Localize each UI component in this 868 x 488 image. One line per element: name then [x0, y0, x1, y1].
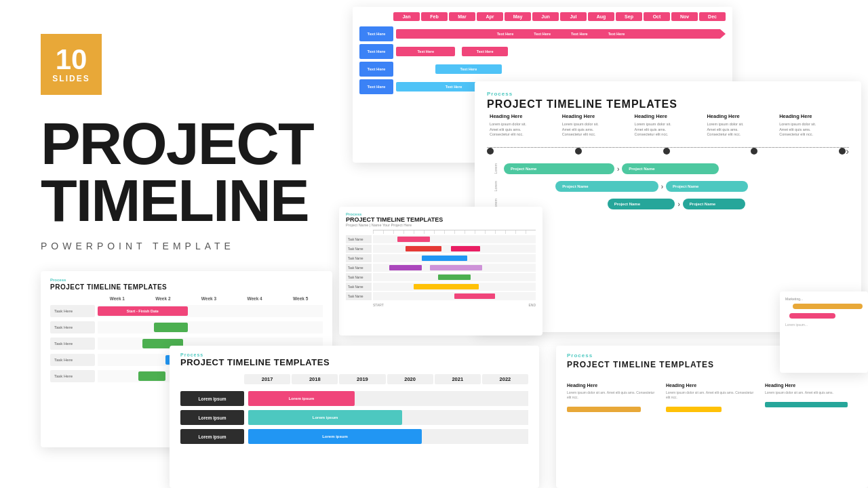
c6-row-label-7: Task Name: [346, 292, 372, 300]
main-title: PROJECT TIMELINE: [41, 115, 312, 228]
c5-bar-2: [666, 407, 722, 412]
month-apr: Apr: [477, 12, 503, 21]
yb-row-1: Lorem ipsum Lorem ipsum: [180, 391, 528, 406]
gantt-bar-container-3: Text Here: [396, 62, 726, 77]
gantt-bar-text-1b: Text Here: [534, 32, 551, 36]
c6-track-7: [373, 292, 536, 300]
gantt-bar-text-1d: Text Here: [608, 32, 625, 36]
arrow-3: ›: [677, 201, 679, 208]
c5-text-3: Lorem ipsum dolor sit am. Amet elit quis…: [765, 390, 857, 395]
c6-row-5: Task Name: [346, 273, 536, 281]
c6-bar-4a: [389, 265, 422, 270]
c2-bars-area: Project Name › Project Name Project Name…: [504, 163, 849, 209]
wg-row-2: Task Here: [50, 321, 323, 333]
dot-4: [751, 148, 757, 155]
timeline-col-1: Heading Here Lorem ipsum dolor sit.Amet …: [487, 113, 559, 138]
c5-heading-1: Heading Here: [567, 383, 659, 388]
title-line1: PROJECT: [41, 115, 312, 172]
year-2018: 2018: [292, 374, 338, 384]
yb-text-3: Lorem ipsum: [322, 434, 348, 439]
c5-text-2: Lorem ipsum dolor sit am. Amet elit quis…: [666, 390, 758, 400]
c2-bar-row-3: Project Name › Project Name: [504, 199, 849, 209]
gantt-bar-2a: Text Here: [396, 47, 455, 56]
year-header: Process PROJECT TIMELINE TEMPLATES: [170, 346, 539, 371]
yb-label-1: Lorem ipsum: [180, 391, 244, 406]
right-edge-text: Lorem ipsum...: [785, 323, 863, 327]
month-jun: Jun: [532, 12, 559, 21]
wg-label-4: Task Here: [50, 354, 95, 366]
c6-row-1: Task Name: [346, 235, 536, 243]
month-may: May: [505, 12, 531, 21]
c6-track-5: [373, 273, 536, 281]
c6-row-label-2: Task Name: [346, 245, 372, 253]
reb-bar-2: [789, 313, 835, 319]
timeline-col-5: Heading Here Lorem ipsum dolor sit.Amet …: [776, 113, 849, 138]
c5-heading-3: Heading Here: [765, 383, 857, 388]
year-labels-row: 2017 2018 2019 2020 2021 2022: [170, 371, 539, 387]
timeline-col-2: Heading Here Lorem ipsum dolor sit.Amet …: [559, 113, 632, 138]
month-feb: Feb: [421, 12, 448, 21]
gantt-bar-text-2b: Text Here: [477, 49, 494, 54]
yb-text-1: Lorem ipsum: [289, 396, 315, 401]
yb-label-3: Lorem ipsum: [180, 429, 244, 444]
c2-vert-labels: Lorem Lorem Lorem: [487, 163, 504, 209]
c5-heading-2: Heading Here: [666, 383, 758, 388]
title-line2: TIMELINE: [41, 172, 312, 229]
gantt-label-2: Text Here: [359, 44, 393, 59]
c6-subtitle: Project Name | Name Your Project Here: [346, 223, 536, 227]
c5-col-2: Heading Here Lorem ipsum dolor sit am. A…: [666, 383, 758, 412]
c6-grid: Task Name Task Name Task Name Task N: [346, 235, 536, 300]
heading-5: Heading Here: [779, 113, 846, 119]
badge-number: 10: [56, 45, 87, 74]
week-3: Week 3: [186, 296, 231, 301]
year-title: PROJECT TIMELINE TEMPLATES: [180, 357, 528, 367]
c5-text-1: Lorem ipsum dolor sit am. Amet elit quis…: [567, 390, 659, 400]
heading-3: Heading Here: [635, 113, 702, 119]
c6-bar-7: [454, 293, 495, 299]
c6-row-label-6: Task Name: [346, 283, 372, 291]
yb-fill-3: Lorem ipsum: [248, 429, 422, 444]
card2-timeline-columns: Heading Here Lorem ipsum dolor sit.Amet …: [475, 113, 861, 138]
c2-bar-label-4: Project Name: [673, 184, 698, 188]
week-5: Week 5: [278, 296, 323, 301]
text-3: Lorem ipsum dolor sit.Amet elit quis ams…: [635, 122, 702, 138]
c2-bar-label-6: Project Name: [690, 202, 715, 206]
timeline-dots-row: ›: [475, 138, 861, 157]
card-right-edge: Marketing... Lorem ipsum...: [780, 291, 868, 373]
month-mar: Mar: [449, 12, 475, 21]
gantt-bar-text-2a: Text Here: [417, 49, 434, 54]
timeline-col-4: Heading Here Lorem ipsum dolor sit.Amet …: [704, 113, 776, 138]
wg-label-1: Task Here: [50, 305, 95, 317]
c6-bar-3: [422, 256, 467, 261]
yb-label-2: Lorem ipsum: [180, 410, 244, 425]
yb-track-3: Lorem ipsum: [248, 429, 528, 444]
slides-badge: 10 SLIDES: [41, 34, 102, 95]
weekly-header: Process PROJECT TIMELINE TEMPLATES: [41, 271, 332, 293]
dot-3: [663, 148, 670, 155]
wg-bar-text-1: Start - Finish Date: [127, 309, 159, 313]
gantt-bar-container-2: Text Here Text Here: [396, 44, 726, 59]
dot-2: [575, 148, 582, 155]
badge-label: SLIDES: [52, 74, 90, 83]
gantt-bar-container-1: Text Here Text Here Text Here Text Here: [396, 26, 726, 41]
year-2022: 2022: [482, 374, 528, 384]
year-bars-section: Lorem ipsum Lorem ipsum Lorem ipsum Lore…: [170, 387, 539, 448]
gantt-bar-text-3: Text Here: [460, 67, 477, 71]
wg-bar-1: Start - Finish Date: [98, 306, 188, 316]
c6-bar-5: [438, 274, 471, 280]
c6-row-label-5: Task Name: [346, 273, 372, 281]
card-gantt-small: Process PROJECT TIMELINE TEMPLATES Proje…: [339, 207, 542, 336]
c6-row-7: Task Name: [346, 292, 536, 300]
gantt-row-1: Text Here Text Here Text Here Text Here …: [359, 26, 726, 41]
gantt-bar-1: Text Here Text Here Text Here Text Here: [396, 29, 726, 39]
gantt-bar-2b: Text Here: [462, 47, 508, 56]
wg-label-5: Task Here: [50, 370, 95, 382]
right-edge-label: Marketing...: [785, 297, 863, 301]
timeline-arrow: ›: [846, 146, 849, 157]
c6-row-2: Task Name: [346, 245, 536, 253]
c6-track-3: [373, 254, 536, 262]
c6-track-2: [373, 245, 536, 253]
end-label: END: [528, 303, 536, 307]
wg-bar-2: [154, 323, 188, 332]
c6-bar-1: [397, 237, 430, 242]
